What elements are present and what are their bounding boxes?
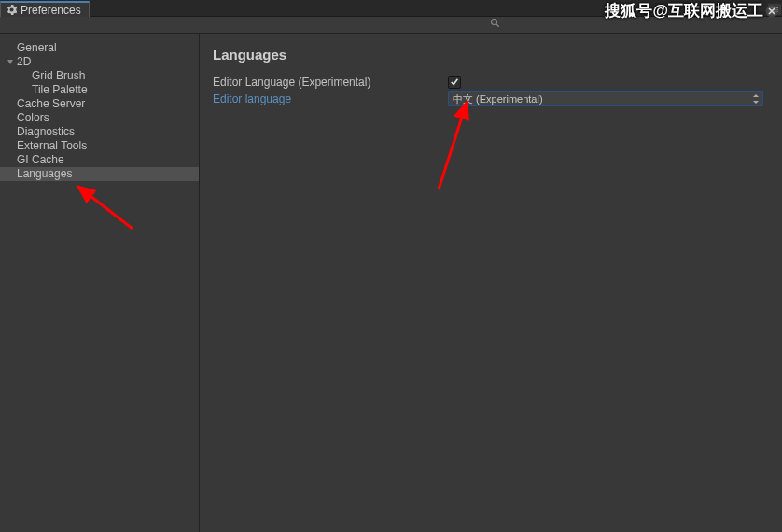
svg-point-0	[492, 20, 497, 25]
sidebar-item-languages[interactable]: Languages	[0, 167, 199, 181]
sidebar-item-general[interactable]: General	[0, 41, 199, 55]
watermark: 搜狐号@互联网搬运工	[605, 0, 778, 21]
label-editor-language[interactable]: Editor language	[213, 92, 448, 105]
dropdown-arrows-icon	[753, 93, 759, 105]
checkbox-experimental[interactable]	[448, 76, 461, 89]
close-icon	[765, 5, 778, 18]
sidebar-item-colors[interactable]: Colors	[0, 111, 199, 125]
sidebar-item-grid-brush[interactable]: Grid Brush	[0, 69, 199, 83]
search-icon	[490, 18, 501, 32]
sidebar-item-diagnostics[interactable]: Diagnostics	[0, 125, 199, 139]
sidebar-item-tile-palette[interactable]: Tile Palette	[0, 83, 199, 97]
sidebar-item-gi-cache[interactable]: GI Cache	[0, 153, 199, 167]
check-icon	[450, 77, 459, 87]
tab-label: Preferences	[21, 4, 81, 17]
chevron-down-icon	[7, 60, 13, 64]
dropdown-value: 中文 (Experimental)	[453, 92, 543, 106]
tab-preferences[interactable]: Preferences	[0, 1, 90, 17]
sidebar-item-2d[interactable]: 2D	[0, 55, 199, 69]
svg-line-1	[496, 24, 499, 27]
row-experimental: Editor Language (Experimental)	[213, 74, 763, 91]
sidebar: General 2D Grid Brush Tile Palette Cache…	[0, 34, 200, 532]
page-heading: Languages	[213, 47, 763, 63]
label-editor-language-experimental: Editor Language (Experimental)	[213, 76, 448, 89]
gear-icon	[7, 5, 17, 15]
dropdown-editor-language[interactable]: 中文 (Experimental)	[448, 91, 763, 106]
main-panel: Languages Editor Language (Experimental)…	[200, 34, 782, 532]
sidebar-item-external-tools[interactable]: External Tools	[0, 139, 199, 153]
sidebar-item-cache-server[interactable]: Cache Server	[0, 97, 199, 111]
row-editor-language: Editor language 中文 (Experimental)	[213, 91, 763, 107]
